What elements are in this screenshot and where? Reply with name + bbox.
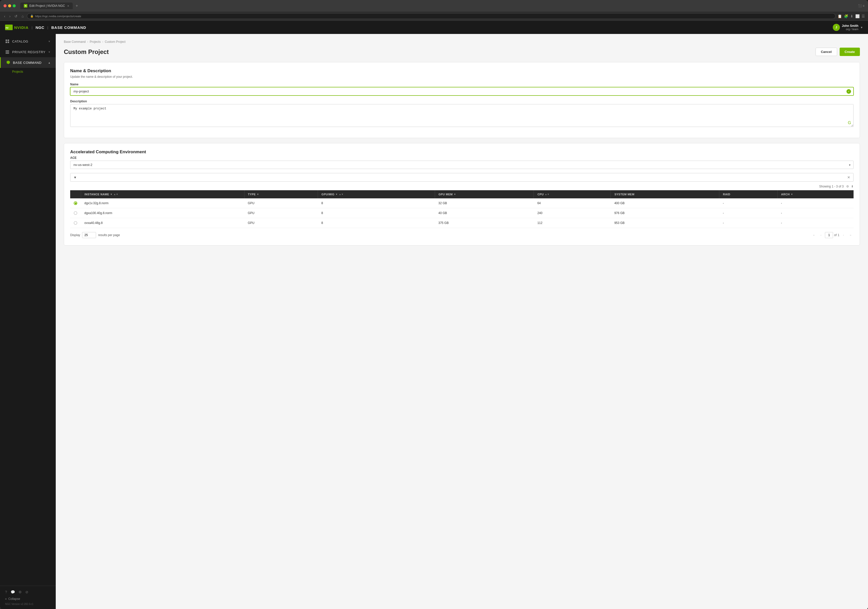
name-input[interactable] [70, 87, 854, 96]
sidebar-item-base-command[interactable]: BASE COMMAND ▲ [0, 57, 56, 68]
extensions-icon[interactable]: 🧩 [844, 14, 848, 18]
new-tab-button[interactable]: + [76, 3, 78, 8]
th-instance-name: INSTANCE NAME ▼ ▲▼ [81, 190, 244, 198]
row1-radio[interactable] [74, 201, 77, 205]
page-number-input[interactable]: 1 [825, 232, 833, 238]
next-page-button[interactable]: › [840, 232, 846, 238]
tab-close-button[interactable]: ✕ [67, 5, 69, 7]
home-button[interactable]: ⌂ [20, 14, 25, 19]
sidebar-item-bc-left: BASE COMMAND [6, 60, 42, 65]
breadcrumb-sep1: › [87, 40, 88, 43]
forward-button[interactable]: › [8, 14, 12, 19]
create-button[interactable]: Create [840, 48, 860, 56]
row2-gpu-mig: 8 [318, 208, 435, 218]
page-size-select[interactable]: 25 50 100 [82, 232, 96, 238]
breadcrumb-projects[interactable]: Projects [90, 40, 101, 43]
page-header: Custom Project Cancel Create [64, 48, 860, 56]
radio-cell-3[interactable] [70, 218, 81, 228]
help-icon[interactable]: ? [5, 590, 7, 594]
menu-icon[interactable]: ☰ [862, 14, 865, 18]
description-wrapper: My example project G [70, 104, 854, 128]
th-raid: RAID [719, 190, 778, 198]
bookmark-icon[interactable]: 📋 [838, 14, 842, 18]
filter-bar: ▼ ✕ [70, 173, 854, 181]
sidebar-toggle-icon[interactable]: ⬜ [855, 14, 860, 18]
radio-cell-2[interactable] [70, 208, 81, 218]
svg-rect-8 [6, 53, 9, 54]
user-name: John Smith [842, 24, 859, 28]
row3-instance-name: ovxa40.48g.8 [81, 218, 244, 228]
avatar: J [833, 24, 840, 31]
th-gpumig-sort-icon[interactable]: ▲▼ [339, 193, 344, 195]
reload-button[interactable]: ↺ [14, 14, 19, 19]
svg-rect-4 [6, 42, 7, 43]
row2-radio[interactable] [74, 211, 77, 215]
cancel-button[interactable]: Cancel [815, 48, 837, 56]
table-row: dgx1v.32g.8.norm GPU 8 32 GB 64 400 GB -… [70, 198, 854, 208]
th-type-filter-icon[interactable]: ▼ [257, 193, 259, 195]
row2-type: GPU [244, 208, 318, 218]
sidebar-item-catalog[interactable]: CATALOG ▼ [0, 36, 56, 46]
table-meta: Showing 1 - 3 of 3 ⚙ ⬇ [70, 185, 854, 188]
ace-select[interactable]: nv-us-west-2 [70, 161, 854, 169]
svg-rect-2 [6, 40, 7, 41]
th-gpumig-filter-icon[interactable]: ▼ [335, 193, 338, 195]
th-arch-filter-icon[interactable]: ▼ [791, 193, 793, 195]
row2-instance-name: dgxa100.40g.8.norm [81, 208, 244, 218]
back-button[interactable]: ‹ [3, 14, 6, 19]
collapse-chevron-icon: « [5, 597, 7, 601]
row3-gpu-mem: 375 GB [435, 218, 534, 228]
nvidia-logo: nv NVIDIA [5, 25, 29, 30]
description-input[interactable]: My example project [70, 104, 854, 127]
download-icon[interactable]: ⬇ [850, 14, 853, 18]
address-bar[interactable]: 🔒 https://ngc.nvidia.com/projects/create [27, 13, 835, 19]
ace-form-group: ACE nv-us-west-2 ▼ [70, 156, 854, 169]
row3-radio[interactable] [74, 221, 77, 225]
th-cpu-label: CPU [537, 193, 544, 196]
content-inner: Base Command › Projects › Custom Project… [56, 34, 868, 257]
sidebar-subitem-projects[interactable]: Projects [0, 68, 56, 76]
grammarcheck-icon[interactable]: G [848, 121, 851, 125]
breadcrumb-base-command[interactable]: Base Command [64, 40, 86, 43]
row1-gpu-mem: 32 GB [435, 198, 534, 208]
tab-title: Edit Project | NVIDIA NGC [29, 4, 65, 8]
browser-toolbar: ‹ › ↺ ⌂ 🔒 https://ngc.nvidia.com/project… [0, 12, 868, 21]
download-table-icon[interactable]: ⬇ [851, 185, 854, 188]
sidebar-bc-label: BASE COMMAND [13, 61, 42, 65]
column-settings-icon[interactable]: ⚙ [846, 185, 849, 188]
th-instance-name-label: INSTANCE NAME [85, 193, 109, 196]
browser-tab[interactable]: N Edit Project | NVIDIA NGC ✕ [20, 3, 73, 9]
toolbar-actions: 📋 🧩 ⬇ ⬜ ☰ [838, 14, 865, 18]
th-gpumem-filter-icon[interactable]: ▼ [454, 193, 456, 195]
tools-icon[interactable]: ⚙ [19, 590, 22, 594]
radio-cell-1[interactable] [70, 198, 81, 208]
row2-arch: - [778, 208, 854, 218]
th-system-mem: SYSTEM MEM [611, 190, 719, 198]
breadcrumb-sep2: › [102, 40, 103, 43]
block-icon[interactable]: ⊘ [25, 590, 28, 594]
close-button[interactable] [3, 4, 6, 7]
name-section-desc: Update the name & description of your pr… [70, 75, 854, 79]
filter-funnel-icon[interactable]: ▼ [73, 175, 77, 179]
grid-icon [5, 39, 9, 43]
maximize-button[interactable] [13, 4, 16, 7]
svg-rect-5 [8, 42, 9, 43]
table-row: ovxa40.48g.8 GPU 8 375 GB 112 953 GB - - [70, 218, 854, 228]
th-cpu-sort-icon[interactable]: ▲▼ [545, 193, 550, 195]
minimize-button[interactable] [8, 4, 11, 7]
sidebar-item-private-registry[interactable]: PRIVATE REGISTRY ▼ [0, 46, 56, 57]
page-controls: « ‹ 1 of 1 › » [811, 232, 854, 238]
th-instance-filter-icon[interactable]: ▼ [110, 193, 113, 195]
filter-clear-button[interactable]: ✕ [847, 175, 850, 179]
first-page-button[interactable]: « [811, 232, 817, 238]
collapse-button[interactable]: « Collapse [5, 597, 51, 601]
chat-icon[interactable]: 💬 [11, 590, 15, 594]
user-chevron-icon[interactable]: ▼ [860, 26, 863, 29]
top-nav: nv NVIDIA | NGC | BASE COMMAND J John Sm… [0, 21, 868, 34]
prev-page-button[interactable]: ‹ [818, 232, 824, 238]
th-instance-sort-icon[interactable]: ▲▼ [113, 193, 118, 195]
svg-rect-7 [6, 52, 9, 53]
row1-cpu: 64 [534, 198, 611, 208]
last-page-button[interactable]: » [848, 232, 854, 238]
sidebar-bottom-icons: ? 💬 ⚙ ⊘ [5, 590, 51, 594]
